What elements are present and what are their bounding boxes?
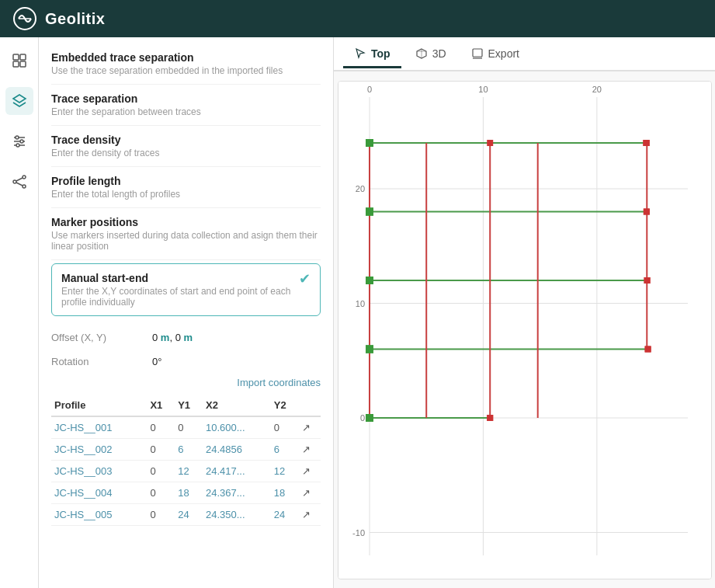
offset-row: Offset (X, Y) 0 m, 0 m <box>39 325 333 350</box>
sidebar-icon-sliders[interactable] <box>5 127 33 155</box>
col-y2: Y2 <box>271 395 299 416</box>
col-x2: X2 <box>203 395 271 416</box>
svg-point-9 <box>16 136 19 139</box>
option-marker-positions[interactable]: Marker positions Use markers inserted du… <box>51 208 321 260</box>
svg-rect-5 <box>20 61 26 67</box>
tab-top[interactable]: Top <box>343 41 401 68</box>
option-manual-title: Manual start-end <box>61 272 311 284</box>
table-row: JC-HS__003 0 12 24.417... 12 ↗ <box>51 461 321 482</box>
cell-x1: 0 <box>147 504 175 526</box>
app-title: Geolitix <box>45 10 105 28</box>
option-profile-length-desc: Enter the total length of profiles <box>51 189 321 200</box>
tab-top-label: Top <box>371 47 390 60</box>
cell-y1: 0 <box>175 416 203 439</box>
cursor-icon <box>354 47 366 60</box>
logo-icon <box>12 6 37 31</box>
col-x1: X1 <box>147 395 175 416</box>
canvas-area <box>334 71 715 588</box>
cell-profile: JC-HS__001 <box>51 416 147 439</box>
right-panel: Top 3D Export <box>334 37 715 588</box>
offset-y-unit: m <box>183 332 193 343</box>
table-row: JC-HS__004 0 18 24.367... 18 ↗ <box>51 482 321 504</box>
col-y1: Y1 <box>175 395 203 416</box>
svg-point-11 <box>16 144 19 147</box>
app-logo: Geolitix <box>12 6 105 31</box>
col-action <box>299 395 321 416</box>
cell-profile: JC-HS__005 <box>51 504 147 526</box>
option-trace-sep-title: Trace separation <box>51 92 321 105</box>
tab-3d[interactable]: 3D <box>404 41 457 68</box>
svg-point-12 <box>23 176 26 179</box>
option-trace-density-title: Trace density <box>51 134 321 146</box>
row-arrow-btn[interactable]: ↗ <box>299 416 321 439</box>
import-coordinates-link[interactable]: Import coordinates <box>51 374 321 395</box>
tab-export[interactable]: Export <box>460 41 530 68</box>
cell-x2: 24.350... <box>203 504 271 526</box>
topbar: Geolitix <box>0 0 715 37</box>
table-section: Import coordinates Profile X1 Y1 X2 Y2 J… <box>39 374 333 532</box>
cell-x2: 24.417... <box>203 461 271 482</box>
row-arrow-btn[interactable]: ↗ <box>299 439 321 461</box>
table-body: JC-HS__001 0 0 10.600... 0 ↗ JC-HS__002 … <box>51 416 321 526</box>
cell-y2: 24 <box>271 504 299 526</box>
table-header-row: Profile X1 Y1 X2 Y2 <box>51 395 321 416</box>
option-trace-sep-desc: Enter the separation between traces <box>51 106 321 117</box>
option-embedded-desc: Use the trace separation embedded in the… <box>51 65 321 76</box>
cell-profile: JC-HS__003 <box>51 461 147 482</box>
cell-profile: JC-HS__004 <box>51 482 147 504</box>
cell-x1: 0 <box>147 439 175 461</box>
row-arrow-btn[interactable]: ↗ <box>299 504 321 526</box>
visualization-canvas <box>338 81 712 579</box>
row-arrow-btn[interactable]: ↗ <box>299 482 321 504</box>
svg-rect-2 <box>13 54 19 60</box>
option-profile-length-title: Profile length <box>51 175 321 187</box>
option-manual-start-end[interactable]: ✔ Manual start-end Enter the X,Y coordin… <box>51 263 321 316</box>
sidebar-icons <box>0 37 39 588</box>
row-arrow-btn[interactable]: ↗ <box>299 461 321 482</box>
option-trace-separation[interactable]: Trace separation Enter the separation be… <box>51 85 321 126</box>
cell-y1: 24 <box>175 504 203 526</box>
cell-y2: 12 <box>271 461 299 482</box>
cell-y2: 18 <box>271 482 299 504</box>
tab-export-label: Export <box>488 47 519 60</box>
svg-rect-19 <box>473 49 482 57</box>
coordinates-table: Profile X1 Y1 X2 Y2 JC-HS__001 0 0 10.60… <box>51 395 321 526</box>
col-profile: Profile <box>51 395 147 416</box>
svg-rect-3 <box>20 54 26 60</box>
cell-x1: 0 <box>147 416 175 439</box>
cell-x2: 10.600... <box>203 416 271 439</box>
option-trace-density-desc: Enter the density of traces <box>51 148 321 158</box>
cell-y1: 18 <box>175 482 203 504</box>
check-icon: ✔ <box>299 270 311 287</box>
cell-y1: 6 <box>175 439 203 461</box>
svg-point-10 <box>20 140 23 143</box>
offset-x-unit: m <box>161 332 170 343</box>
rotation-row: Rotation 0° <box>39 350 333 374</box>
cell-x1: 0 <box>147 482 175 504</box>
svg-point-14 <box>23 185 26 188</box>
cell-y2: 6 <box>271 439 299 461</box>
svg-line-15 <box>16 178 23 181</box>
sidebar-icon-grid[interactable] <box>5 47 33 75</box>
option-marker-desc: Use markers inserted during data collect… <box>51 230 321 252</box>
tab-3d-label: 3D <box>432 47 446 60</box>
cell-x2: 24.367... <box>203 482 271 504</box>
table-row: JC-HS__005 0 24 24.350... 24 ↗ <box>51 504 321 526</box>
cell-x1: 0 <box>147 461 175 482</box>
option-marker-title: Marker positions <box>51 216 321 228</box>
cell-y2: 0 <box>271 416 299 439</box>
offset-value: 0 m, 0 m <box>152 332 193 343</box>
offset-label: Offset (X, Y) <box>51 332 152 343</box>
table-row: JC-HS__001 0 0 10.600... 0 ↗ <box>51 416 321 439</box>
svg-rect-4 <box>13 61 19 67</box>
sidebar-icon-share[interactable] <box>5 168 33 196</box>
option-manual-desc: Enter the X,Y coordinates of start and e… <box>61 286 311 308</box>
svg-line-16 <box>16 183 23 186</box>
view-tabs: Top 3D Export <box>334 37 715 71</box>
option-embedded-trace[interactable]: Embedded trace separation Use the trace … <box>51 43 321 85</box>
option-profile-length[interactable]: Profile length Enter the total length of… <box>51 167 321 208</box>
options-list: Embedded trace separation Use the trace … <box>39 37 333 325</box>
sidebar-icon-layers[interactable] <box>5 87 33 115</box>
option-trace-density[interactable]: Trace density Enter the density of trace… <box>51 126 321 167</box>
svg-point-13 <box>13 180 16 183</box>
